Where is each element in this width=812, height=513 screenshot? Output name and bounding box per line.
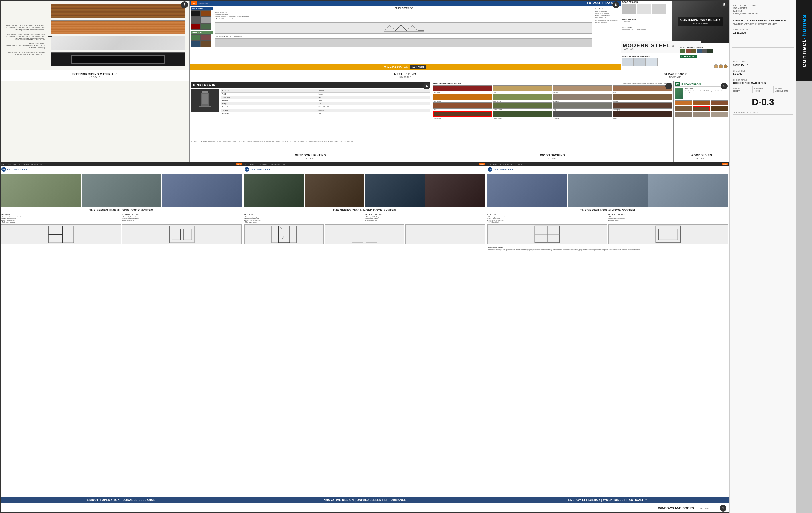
stain-oak bbox=[433, 94, 493, 100]
panel-overview-text: • Concealed: P3/ • Concealed Finish • Pa… bbox=[214, 11, 593, 21]
door-thumbnails bbox=[622, 4, 670, 14]
model-col: MODEL MODEL HOME bbox=[774, 86, 794, 93]
windows-doors-badge: 1 bbox=[720, 505, 726, 512]
color-lt-grey bbox=[201, 17, 211, 23]
window-features: FEATURES • Thermally broken aluminum • L… bbox=[486, 213, 729, 223]
spec-lamp: Lamp Type bbox=[221, 96, 318, 99]
dot-1 bbox=[714, 64, 718, 68]
sliding-photo-1 bbox=[1, 174, 81, 207]
sheet-set-value: LOCAL bbox=[733, 73, 793, 75]
window-photo-1 bbox=[487, 174, 567, 207]
warranty-text: 25 Year Paint Warranty bbox=[384, 66, 408, 68]
hinged-photos bbox=[243, 173, 486, 207]
dot-2 bbox=[719, 64, 723, 68]
upgrade-color-2 bbox=[201, 34, 211, 41]
sliding-drawings bbox=[0, 223, 243, 245]
spec-volt-val: 120V bbox=[318, 102, 430, 106]
svg-rect-24 bbox=[656, 226, 680, 243]
sheet-col-label: SHEET bbox=[733, 87, 751, 89]
wood-decking-label-bar: WOOD DECKING NO SCALE bbox=[432, 151, 674, 162]
revision-row-4 bbox=[732, 53, 794, 59]
stain-pine bbox=[493, 85, 552, 91]
hinged-badge: 7000 bbox=[479, 163, 485, 165]
stain-col-3: Natural Driftwood Grey Charcoal bbox=[553, 85, 612, 144]
sliding-drawing-2 bbox=[122, 224, 242, 244]
wood-decking-title: WOOD DECKING bbox=[540, 154, 565, 157]
stain-forest bbox=[493, 102, 552, 109]
sheet-set-section: SHEET SET LOCAL bbox=[732, 68, 794, 77]
stain-ebony-label: Ebony bbox=[613, 117, 672, 119]
svg-rect-18 bbox=[366, 226, 377, 243]
window-badge: 5000 bbox=[722, 163, 728, 165]
wood-decking-header: SEMI-TRANSPARENT STAINS * indicates a "T… bbox=[433, 82, 673, 84]
attachment-diagram bbox=[215, 38, 592, 47]
metal-siding-content: STANDARD UPGRADE bbox=[190, 6, 621, 73]
wood-siding-sublabel: NO SCALE bbox=[696, 157, 707, 160]
contemporary-beauty-banner: CONTEMPORARY BEAUTY simple upkeep bbox=[678, 17, 723, 26]
sw-swatch-4 bbox=[675, 106, 692, 111]
sw-swatch-8 bbox=[693, 112, 710, 117]
window-system-catalog: THE SERIES 5000 WINDOW SYSTEM 5000 AW AL… bbox=[486, 163, 729, 503]
warranty-bar: 25 Year Paint Warranty 24 GAUGE bbox=[190, 64, 621, 70]
color-brown bbox=[201, 10, 211, 17]
sliding-photo-3 bbox=[162, 174, 242, 207]
series-header-hinged: THE SERIES 7000 HINGED DOOR SYSTEM 7000 bbox=[243, 163, 486, 166]
window-system-bar: ENERGY EFFICIENCY | WORKHORSE PRACTICALI… bbox=[486, 497, 729, 503]
stain-teak-label: Teak bbox=[613, 92, 672, 93]
spec-cat: Catalog # bbox=[221, 89, 318, 93]
stain-charcoal bbox=[553, 111, 612, 117]
all-weather-text-sliding: ALL WEATHER bbox=[7, 168, 28, 170]
stain-teak bbox=[613, 85, 672, 91]
arrow-2 bbox=[48, 36, 52, 37]
deck-description: Exterior Deck Foundations Deck Transpare… bbox=[685, 90, 728, 94]
wood-siding-label-bar: WOOD SIDING NO SCALE bbox=[674, 151, 729, 162]
sliding-lux-3: • Flush sill option bbox=[122, 220, 242, 221]
metal-colors-left: STANDARD UPGRADE bbox=[191, 7, 213, 71]
outdoor-lighting-badge: 4 bbox=[423, 83, 430, 89]
sheet-title-label: SHEET TITLE bbox=[733, 79, 793, 81]
windows-title: WINDOWS bbox=[622, 27, 670, 29]
window-drawings bbox=[486, 223, 729, 245]
panel-wood-decking: SEMI-TRANSPARENT STAINS * indicates a "T… bbox=[432, 81, 674, 162]
stain-footnote: * indicates a "Transparent" stain. All o… bbox=[622, 83, 672, 84]
specs-table: Catalog # 1280BZ Finish Bronze Lamp Type bbox=[221, 89, 430, 115]
stain-mahogany-label: Mahogany bbox=[613, 109, 672, 111]
hinged-door-bar: INNOVATIVE DESIGN | UNPARALLELED PERFORM… bbox=[243, 497, 486, 503]
window-description: Legal Description: The Series drawings a… bbox=[486, 245, 729, 252]
garage-door-badge: 5 bbox=[721, 1, 728, 8]
metal-panel-specs: Specifications Width: 12" coverage Gauge… bbox=[594, 7, 619, 71]
sheet-title-section: SHEET TITLE COLORS AND MATERIALS bbox=[732, 77, 794, 86]
stain-natural-label: Natural bbox=[553, 92, 612, 93]
windows-doors-bottom: WINDOWS AND DOORS NO SCALE 1 bbox=[0, 503, 729, 513]
window-drawing-2 bbox=[608, 224, 728, 244]
connect-homes-vertical-logo: connect-homes bbox=[796, 0, 812, 81]
spec-loc-val: Outdoor bbox=[318, 109, 430, 112]
attachment-detail: ATTACHMENT DETAIL Panel Cutout bbox=[214, 35, 593, 37]
standard-colors bbox=[191, 10, 213, 30]
address-line-3: CA 90014 bbox=[733, 10, 793, 12]
revision-row-2 bbox=[732, 42, 794, 48]
sliding-luxury-title: LUXURY FEATURES bbox=[122, 214, 242, 216]
dash-text: - bbox=[801, 37, 807, 39]
window-lux-3: • Custom sizes bbox=[608, 220, 728, 221]
outdoor-lighting-sublabel: NO SCALE bbox=[305, 157, 316, 160]
stain-charcoal-label: Charcoal bbox=[553, 117, 612, 119]
all-weather-header-sliding: AW ALL WEATHER bbox=[0, 166, 243, 173]
panel-window-system: THE SERIES 5000 WINDOW SYSTEM 5000 AW AL… bbox=[486, 163, 729, 503]
color-dots bbox=[714, 64, 728, 68]
sliding-photo-2 bbox=[82, 174, 161, 207]
color-red bbox=[191, 23, 201, 30]
content-area: PROPOSED DECKING: FIJAN MAHOGANY WITH SH… bbox=[0, 0, 729, 513]
top-border bbox=[0, 0, 729, 1]
middle-row: HINKLEY&JR. bbox=[0, 81, 729, 163]
series-header-window: THE SERIES 5000 WINDOW SYSTEM 5000 bbox=[486, 163, 729, 166]
spec-length: Length: Custom lengths bbox=[594, 15, 619, 17]
contemp-windows-title: CONTEMPORARY WINDOWS bbox=[622, 55, 700, 57]
address-block: 706 S HILL ST. STE 1560 LOS ANGELES, CA … bbox=[733, 4, 793, 15]
all-weather-logo-sliding: AW bbox=[1, 167, 6, 172]
all-weather-header-window: AW ALL WEATHER bbox=[486, 166, 729, 173]
metal-siding-catalog: IMS metal sales T4 WALL PANEL STANDARD bbox=[190, 0, 621, 81]
stain-col-4: Teak Walnut Mahogany Ebony bbox=[613, 85, 672, 144]
wood-decking-sublabel: NO SCALE bbox=[547, 157, 558, 160]
stain-walnut bbox=[613, 94, 672, 100]
